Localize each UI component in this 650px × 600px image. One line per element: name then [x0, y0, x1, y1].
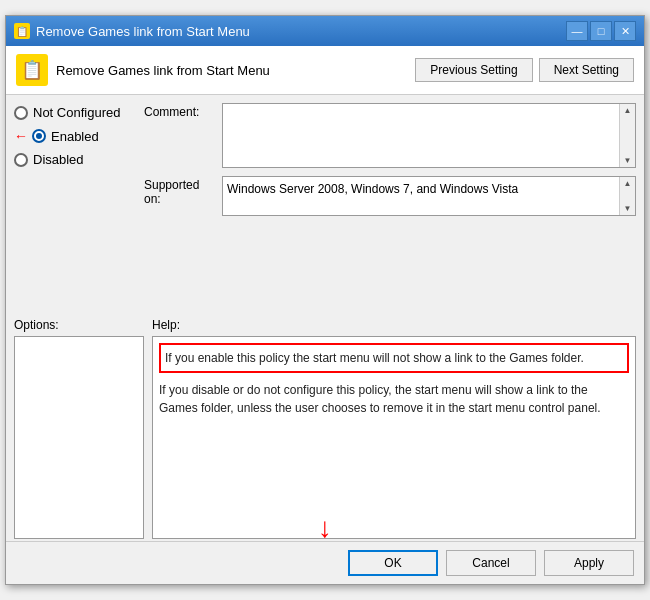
- enabled-arrow: ←: [14, 128, 28, 144]
- scroll-up-icon: ▲: [624, 106, 632, 115]
- radio-enabled[interactable]: Enabled: [32, 129, 99, 144]
- supported-text: Windows Server 2008, Windows 7, and Wind…: [223, 177, 635, 202]
- comment-box: ▲ ▼: [222, 103, 636, 168]
- help-normal-text: If you disable or do not configure this …: [159, 381, 629, 417]
- title-bar-left: 📋 Remove Games link from Start Menu: [14, 23, 250, 39]
- options-box: [14, 336, 144, 539]
- help-box: If you enable this policy the start menu…: [152, 336, 636, 539]
- help-highlighted-content: If you enable this policy the start menu…: [165, 351, 584, 365]
- apply-button[interactable]: Apply: [544, 550, 634, 576]
- comment-scrollbar[interactable]: ▲ ▼: [619, 104, 635, 167]
- radio-not-configured[interactable]: Not Configured: [14, 105, 128, 120]
- comment-label: Comment:: [144, 103, 214, 119]
- radio-enabled-row: ← Enabled: [14, 128, 128, 144]
- right-panel: Comment: ▲ ▼ Supported on: Windows Serve…: [136, 95, 644, 318]
- radio-disabled-input[interactable]: [14, 153, 28, 167]
- bottom-panels: Options: Help: If you enable this policy…: [14, 318, 636, 541]
- radio-not-configured-label: Not Configured: [33, 105, 120, 120]
- next-setting-button[interactable]: Next Setting: [539, 58, 634, 82]
- dialog-header-icon: 📋: [16, 54, 48, 86]
- prev-setting-button[interactable]: Previous Setting: [415, 58, 532, 82]
- help-section: Help: If you enable this policy the star…: [152, 318, 636, 541]
- supported-scrollbar[interactable]: ▲ ▼: [619, 177, 635, 215]
- help-title: Help:: [152, 318, 636, 332]
- title-bar-controls: — □ ✕: [566, 21, 636, 41]
- main-window: 📋 Remove Games link from Start Menu — □ …: [5, 15, 645, 585]
- comment-row: Comment: ▲ ▼: [144, 103, 636, 168]
- scroll-up-icon2: ▲: [624, 179, 632, 188]
- radio-disabled[interactable]: Disabled: [14, 152, 128, 167]
- cancel-button[interactable]: Cancel: [446, 550, 536, 576]
- radio-enabled-input[interactable]: [32, 129, 46, 143]
- header-buttons: Previous Setting Next Setting: [415, 58, 634, 82]
- supported-row: Supported on: Windows Server 2008, Windo…: [144, 176, 636, 216]
- dialog-header: 📋 Remove Games link from Start Menu Prev…: [6, 46, 644, 95]
- comment-input[interactable]: [223, 104, 619, 164]
- bottom-bar: ↓ OK Cancel Apply: [6, 541, 644, 584]
- content-area: Not Configured ← Enabled Disabled Commen…: [6, 95, 644, 318]
- scroll-down-icon: ▼: [624, 156, 632, 165]
- close-button[interactable]: ✕: [614, 21, 636, 41]
- radio-disabled-label: Disabled: [33, 152, 84, 167]
- minimize-button[interactable]: —: [566, 21, 588, 41]
- options-title: Options:: [14, 318, 144, 332]
- window-title: Remove Games link from Start Menu: [36, 24, 250, 39]
- radio-enabled-label: Enabled: [51, 129, 99, 144]
- radio-not-configured-input[interactable]: [14, 106, 28, 120]
- left-panel: Not Configured ← Enabled Disabled: [6, 95, 136, 318]
- supported-label: Supported on:: [144, 176, 214, 206]
- window-icon: 📋: [14, 23, 30, 39]
- dialog-header-title: Remove Games link from Start Menu: [56, 63, 407, 78]
- supported-box: Windows Server 2008, Windows 7, and Wind…: [222, 176, 636, 216]
- options-section: Options:: [14, 318, 144, 541]
- maximize-button[interactable]: □: [590, 21, 612, 41]
- title-bar: 📋 Remove Games link from Start Menu — □ …: [6, 16, 644, 46]
- ok-button[interactable]: OK: [348, 550, 438, 576]
- scroll-down-icon2: ▼: [624, 204, 632, 213]
- help-highlighted-text: If you enable this policy the start menu…: [159, 343, 629, 373]
